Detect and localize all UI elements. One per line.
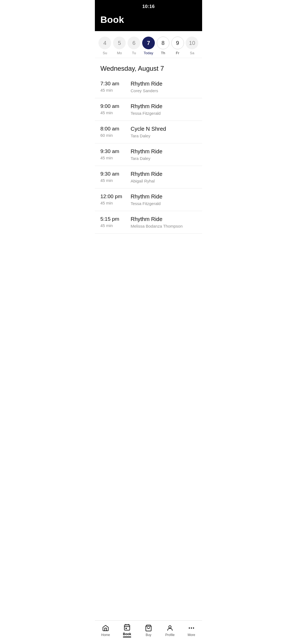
calendar-day-7[interactable]: 7Today <box>142 37 155 55</box>
day-number: 7 <box>142 37 155 49</box>
day-label: Fr <box>176 51 179 55</box>
day-label: Today <box>144 51 153 55</box>
class-info-block: Rhythm RideCorey Sanders <box>128 81 197 93</box>
instructor-name: Melissa Bodanza Thompson <box>131 224 197 228</box>
day-label: Sa <box>190 51 194 55</box>
instructor-name: Tara Daley <box>131 156 197 161</box>
class-time-block: 12:00 pm45 min <box>100 193 128 205</box>
day-number: 8 <box>157 37 169 49</box>
calendar-day-5[interactable]: 5Mo <box>113 37 126 55</box>
class-duration-text: 45 min <box>100 178 113 183</box>
class-duration-text: 60 min <box>100 133 113 138</box>
day-label: Th <box>161 51 165 55</box>
day-label: Su <box>103 51 107 55</box>
class-time-text: 5:15 pm <box>100 216 119 222</box>
class-time-block: 9:00 am45 min <box>100 103 128 115</box>
status-time: 10:16 <box>142 4 155 9</box>
class-name: Rhythm Ride <box>131 171 197 177</box>
class-list-item[interactable]: 9:00 am45 minRhythm RideTessa Fitzgerald <box>95 98 202 121</box>
calendar-day-8[interactable]: 8Th <box>156 37 170 55</box>
class-time-text: 8:00 am <box>100 126 119 132</box>
class-name: Rhythm Ride <box>131 81 197 87</box>
instructor-name: Tara Daley <box>131 133 197 138</box>
day-label: Mo <box>117 51 122 55</box>
page-content: 4Su5Mo6Tu7Today8Th9Fr10Sa Wednesday, Aug… <box>95 31 202 258</box>
class-name: Rhythm Ride <box>131 193 197 200</box>
class-info-block: Rhythm RideTara Daley <box>128 148 197 161</box>
class-duration-text: 45 min <box>100 88 113 92</box>
class-name: Rhythm Ride <box>131 103 197 110</box>
instructor-name: Tessa Fitzgerald <box>131 201 197 206</box>
class-time-block: 9:30 am45 min <box>100 171 128 183</box>
day-number: 10 <box>186 37 198 49</box>
class-time-text: 9:30 am <box>100 171 119 177</box>
class-name: Rhythm Ride <box>131 216 197 222</box>
class-list-item[interactable]: 12:00 pm45 minRhythm RideTessa Fitzgeral… <box>95 189 202 211</box>
class-list-item[interactable]: 8:00 am60 minCycle N ShredTara Daley <box>95 121 202 143</box>
class-duration-text: 45 min <box>100 110 113 115</box>
class-time-block: 5:15 pm45 min <box>100 216 128 228</box>
status-bar: 10:16 <box>95 0 202 12</box>
class-info-block: Rhythm RideTessa Fitzgerald <box>128 193 197 206</box>
class-info-block: Cycle N ShredTara Daley <box>128 126 197 138</box>
class-time-block: 7:30 am45 min <box>100 81 128 92</box>
class-time-text: 7:30 am <box>100 81 119 87</box>
class-duration-text: 45 min <box>100 155 113 160</box>
class-time-text: 12:00 pm <box>100 193 122 200</box>
class-time-block: 9:30 am45 min <box>100 148 128 160</box>
class-time-text: 9:30 am <box>100 148 119 154</box>
class-list: 7:30 am45 minRhythm RideCorey Sanders9:0… <box>95 76 202 234</box>
day-number: 6 <box>128 37 140 49</box>
day-number: 5 <box>113 37 126 49</box>
instructor-name: Abigail Ryhal <box>131 179 197 183</box>
class-info-block: Rhythm RideMelissa Bodanza Thompson <box>128 216 197 228</box>
day-number: 4 <box>98 37 111 49</box>
class-list-item[interactable]: 9:30 am45 minRhythm RideAbigail Ryhal <box>95 166 202 189</box>
class-duration-text: 45 min <box>100 223 113 228</box>
instructor-name: Corey Sanders <box>131 88 197 93</box>
day-label: Tu <box>132 51 136 55</box>
class-time-block: 8:00 am60 min <box>100 126 128 138</box>
instructor-name: Tessa Fitzgerald <box>131 111 197 116</box>
class-info-block: Rhythm RideAbigail Ryhal <box>128 171 197 183</box>
class-name: Rhythm Ride <box>131 148 197 155</box>
header: Book <box>95 12 202 31</box>
calendar-day-10[interactable]: 10Sa <box>185 37 199 55</box>
calendar-strip: 4Su5Mo6Tu7Today8Th9Fr10Sa <box>95 31 202 58</box>
class-list-item[interactable]: 7:30 am45 minRhythm RideCorey Sanders <box>95 76 202 98</box>
class-time-text: 9:00 am <box>100 103 119 109</box>
day-number: 9 <box>171 37 184 49</box>
calendar-day-4[interactable]: 4Su <box>98 37 111 55</box>
class-duration-text: 45 min <box>100 201 113 205</box>
calendar-day-6[interactable]: 6Tu <box>127 37 141 55</box>
date-heading: Wednesday, August 7 <box>95 58 202 76</box>
class-list-item[interactable]: 9:30 am45 minRhythm RideTara Daley <box>95 143 202 166</box>
class-info-block: Rhythm RideTessa Fitzgerald <box>128 103 197 116</box>
page-title: Book <box>100 14 197 25</box>
class-list-item[interactable]: 5:15 pm45 minRhythm RideMelissa Bodanza … <box>95 211 202 234</box>
calendar-day-9[interactable]: 9Fr <box>171 37 184 55</box>
class-name: Cycle N Shred <box>131 126 197 132</box>
